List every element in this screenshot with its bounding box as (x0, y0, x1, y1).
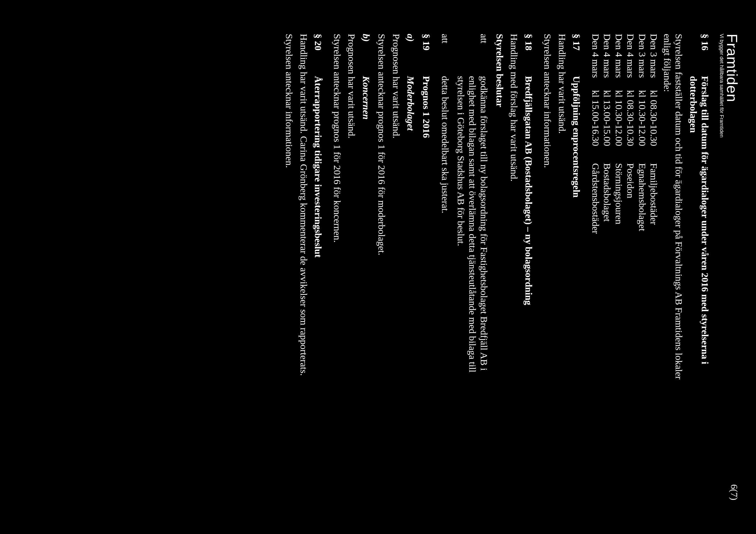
decision-heading: Styrelsen beslutar (494, 34, 505, 500)
logo-tagline: Vi bygger det hållbara samhället för Fra… (719, 34, 724, 138)
header: Framtiden Vi bygger det hållbara samhäll… (719, 34, 739, 500)
name-cell: Poseidon (624, 163, 636, 198)
time-cell: kl 10.30-12.00 (613, 90, 624, 163)
decision-text: godkänna förslaget till ny bolagsordning… (455, 76, 490, 373)
section-19-heading: § 19 Prognos 1 2016 (420, 34, 432, 500)
section-title: Bredfjällsgatan AB (Bostadsbolaget) – ny… (522, 76, 534, 305)
decision-item: att godkänna förslaget till ny bolagsord… (455, 34, 490, 500)
table-row: Den 4 mars kl 15.00-16.30 Gårdstensbostä… (589, 34, 601, 500)
section-title: Återrapportering tidigare investeringsbe… (312, 76, 324, 257)
paragraph: Prognosen har varit utsänd. (345, 34, 357, 500)
paragraph: Handling har varit utsänd. (556, 34, 567, 500)
date-cell: Den 4 mars (589, 34, 601, 90)
name-cell: Störningsjouren (613, 163, 624, 224)
subsection-a-heading: a) Moderbolaget (405, 34, 416, 500)
paragraph: Styrelsen antecknar prognos 1 för 2016 f… (331, 34, 342, 500)
paragraph: enligt följande: (661, 34, 672, 500)
time-cell: kl 15.00-16.30 (589, 90, 601, 163)
table-row: Den 4 mars kl 08.30-10.30 Poseidon (624, 34, 636, 500)
time-cell: kl 10.30-12.00 (636, 90, 647, 163)
name-cell: Egnahemsbolaget (636, 163, 647, 231)
paragraph: Handling med förslag har varit utsänd. (508, 34, 520, 500)
text-line: enlighet med bilagan samt att överlämna … (467, 76, 478, 373)
table-row: Den 4 mars kl 13.00-15.00 Bostadsbolaget (601, 34, 613, 500)
content: § 16 Förslag till datum för ägardialoger… (283, 34, 711, 500)
section-20-heading: § 20 Återrapportering tidigare investeri… (312, 34, 324, 500)
date-cell: Den 4 mars (601, 34, 613, 90)
subsection-title: Koncernen (360, 76, 371, 120)
date-cell: Den 3 mars (636, 34, 647, 90)
date-cell: Den 4 mars (624, 34, 636, 90)
section-title: Förslag till datum för ägardialoger unde… (699, 76, 711, 364)
section-number: § 17 (570, 34, 582, 76)
subsection-b-heading: b) Koncernen (360, 34, 371, 500)
time-cell: kl 13.00-15.00 (601, 90, 613, 163)
name-cell: Bostadsbolaget (601, 163, 613, 222)
logo: Framtiden Vi bygger det hållbara samhäll… (719, 34, 739, 138)
table-row: Den 4 mars kl 10.30-12.00 Störningsjoure… (613, 34, 624, 500)
section-16-heading: § 16 Förslag till datum för ägardialoger… (687, 34, 711, 500)
decision-label: att (439, 34, 451, 76)
paragraph: Handling har varit utsänd. Carina Grönbe… (297, 34, 309, 500)
section-17-heading: § 17 Uppföljning enprocentsregeln (570, 34, 582, 500)
decision-label: att (455, 34, 490, 76)
document-page: Framtiden Vi bygger det hållbara samhäll… (0, 0, 756, 534)
text-line: styrelsen i Göteborg Stadshus AB för bes… (455, 76, 466, 373)
decision-item: att detta beslut omedelbart ska justerat… (439, 34, 451, 500)
logo-text: Framtiden (724, 34, 739, 138)
section-title-line2: dotterbolagen (687, 76, 699, 364)
subsection-letter: b) (360, 34, 371, 76)
time-cell: kl 08.30-10.30 (624, 90, 636, 163)
paragraph: Styrelsen antecknar prognos 1 för 2016 f… (376, 34, 387, 500)
section-number: § 18 (522, 34, 534, 76)
paragraph: Styrelsen antecknar informationen. (542, 34, 553, 500)
table-row: Den 3 mars kl 08.30-10.30 Familjebostäde… (648, 34, 659, 500)
text-line: godkänna förslaget till ny bolagsordning… (478, 76, 490, 373)
name-cell: Familjebostäder (648, 163, 659, 225)
section-number: § 16 (687, 34, 711, 76)
table-row: Den 3 mars kl 10.30-12.00 Egnahemsbolage… (636, 34, 647, 500)
paragraph: Styrelsen fastställer datum och tid för … (673, 34, 684, 500)
date-cell: Den 3 mars (648, 34, 659, 90)
section-18-heading: § 18 Bredfjällsgatan AB (Bostadsbolaget)… (522, 34, 534, 500)
schedule-table: Den 3 mars kl 08.30-10.30 Familjebostäde… (589, 34, 659, 500)
section-number: § 20 (312, 34, 324, 76)
section-title: Prognos 1 2016 (420, 76, 432, 138)
date-cell: Den 4 mars (613, 34, 624, 90)
section-title: Uppföljning enprocentsregeln (570, 76, 582, 198)
section-number: § 19 (420, 34, 432, 76)
time-cell: kl 08.30-10.30 (648, 90, 659, 163)
page-number: 6(7) (728, 484, 739, 500)
subsection-letter: a) (405, 34, 416, 76)
name-cell: Gårdstensbostäder (589, 163, 601, 234)
paragraph: Prognosen har varit utsänd. (390, 34, 401, 500)
paragraph: Styrelsen antecknar informationen. (283, 34, 295, 500)
decision-text: detta beslut omedelbart ska justerat. (439, 76, 451, 213)
subsection-title: Moderbolaget (405, 76, 416, 131)
